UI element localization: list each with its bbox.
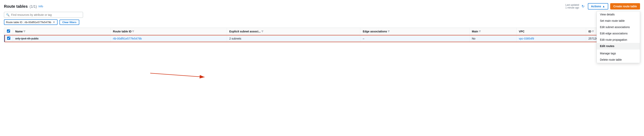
- actions-button[interactable]: Actions ▲: [588, 3, 608, 10]
- dropdown-item-view-details[interactable]: View details: [597, 11, 640, 18]
- table: Name ▽ Route table ID ▽ Explicit subnet …: [4, 28, 640, 42]
- row-main-cell: No: [470, 35, 516, 42]
- edge-assoc-sort-icon[interactable]: ▽: [388, 30, 390, 32]
- main-value: No: [472, 37, 476, 40]
- clear-filters-button[interactable]: Clear filters: [60, 20, 79, 25]
- row-route-table-id-cell: rtb-00df91e577fe5479b: [110, 35, 227, 42]
- last-updated: Last updated 1 minute ago ↻: [565, 4, 586, 9]
- row-explicit-subnet-cell: 2 subnets: [227, 35, 360, 42]
- filter-row: Route table ID : rtb-00df91e577fe5479b ✕…: [4, 19, 640, 25]
- header-left: Route tables (1/1) Info: [4, 4, 43, 9]
- explicit-subnet-sort-icon[interactable]: ▽: [262, 30, 263, 32]
- col-edge-associations: Edge associations ▽: [360, 28, 470, 35]
- search-row: 🔍: [4, 12, 640, 18]
- dropdown-item-edit-subnet-assoc[interactable]: Edit subnet associations: [597, 24, 640, 30]
- id-sort-icon[interactable]: ▽: [592, 30, 594, 32]
- search-icon: 🔍: [6, 13, 10, 16]
- col-explicit-subnet: Explicit subnet associ... ▽: [227, 28, 360, 35]
- actions-chevron-icon: ▲: [602, 5, 605, 8]
- route-table-id-sort-icon[interactable]: ▽: [132, 30, 134, 32]
- header-checkbox-cell: [4, 28, 13, 35]
- svg-line-1: [150, 73, 204, 77]
- route-tables-table: Name ▽ Route table ID ▽ Explicit subnet …: [4, 28, 640, 42]
- refresh-button[interactable]: ↻: [580, 4, 586, 9]
- row-checkbox-cell: [4, 35, 13, 42]
- col-name: Name ▽: [13, 28, 110, 35]
- dropdown-item-edit-routes[interactable]: Edit routes: [597, 43, 640, 49]
- search-box: 🔍: [4, 12, 83, 18]
- filter-tag-text: Route table ID : rtb-00df91e577fe5479b: [6, 21, 51, 24]
- dropdown-item-set-main[interactable]: Set main route table: [597, 18, 640, 24]
- explicit-subnet-value: 2 subnets: [229, 37, 241, 40]
- info-link[interactable]: Info: [38, 5, 43, 8]
- vpc-link[interactable]: vpc-03854f9: [519, 37, 534, 40]
- row-name: only-ipv4-rth-public: [15, 37, 38, 40]
- create-route-table-button[interactable]: Create route table: [610, 3, 640, 10]
- actions-label: Actions: [591, 5, 601, 8]
- col-route-table-id: Route table ID ▽: [110, 28, 227, 35]
- row-vpc-cell: vpc-03854f9: [516, 35, 586, 42]
- select-all-checkbox[interactable]: [7, 30, 10, 32]
- dropdown-item-edit-route-prop[interactable]: Edit route propagation: [597, 36, 640, 43]
- filter-tag: Route table ID : rtb-00df91e577fe5479b ✕: [4, 19, 58, 25]
- dropdown-menu: View details Set main route table Edit s…: [596, 11, 640, 63]
- filter-tag-remove-button[interactable]: ✕: [52, 20, 56, 24]
- col-main: Main ▽: [470, 28, 516, 35]
- page-title: Route tables (1/1): [4, 4, 37, 9]
- page-container: Route tables (1/1) Info Last updated 1 m…: [0, 0, 644, 136]
- title-text: Route tables: [4, 4, 28, 8]
- dropdown-item-edit-edge-assoc[interactable]: Edit edge associations: [597, 30, 640, 36]
- search-input[interactable]: [11, 13, 81, 16]
- col-vpc: VPC: [516, 28, 586, 35]
- row-edge-assoc-cell: –: [360, 35, 470, 42]
- last-updated-line1: Last updated: [565, 4, 579, 6]
- actions-dropdown: View details Set main route table Edit s…: [596, 11, 640, 63]
- table-row: only-ipv4-rth-public rtb-00df91e577fe547…: [4, 35, 640, 42]
- row-checkbox[interactable]: [7, 36, 10, 40]
- edge-assoc-value: –: [363, 37, 364, 40]
- dropdown-item-delete-route-table[interactable]: Delete route table: [597, 56, 640, 63]
- last-updated-line2: 1 minute ago: [565, 6, 579, 9]
- dropdown-item-manage-tags[interactable]: Manage tags: [597, 50, 640, 56]
- row-name-cell: only-ipv4-rth-public: [13, 35, 110, 42]
- header-row: Route tables (1/1) Info Last updated 1 m…: [4, 3, 640, 10]
- name-sort-icon[interactable]: ▽: [24, 30, 25, 32]
- title-count: (1/1): [30, 4, 37, 8]
- table-header-row: Name ▽ Route table ID ▽ Explicit subnet …: [4, 28, 640, 35]
- route-table-id-link[interactable]: rtb-00df91e577fe5479b: [113, 37, 142, 40]
- header-right: Last updated 1 minute ago ↻ Actions ▲ Cr…: [565, 3, 640, 10]
- main-sort-icon[interactable]: ▽: [479, 30, 480, 32]
- dropdown-divider: [597, 50, 640, 50]
